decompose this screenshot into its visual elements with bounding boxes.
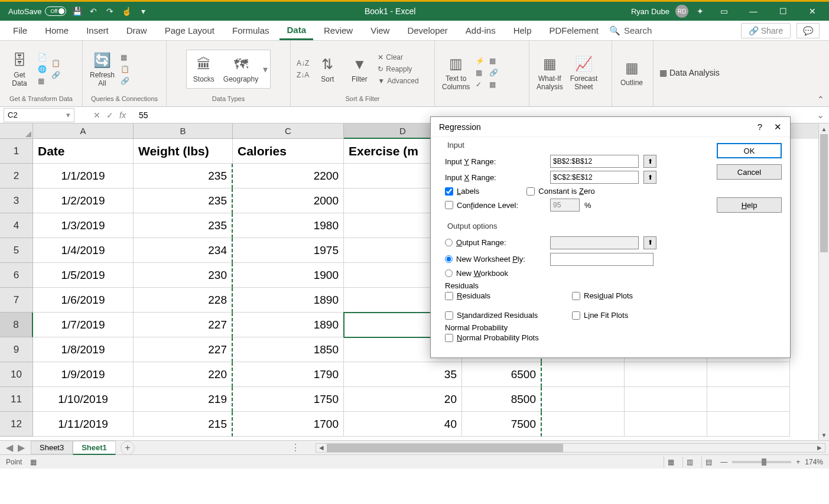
cell[interactable]: Date (33, 139, 134, 164)
close-icon[interactable]: ✕ (801, 2, 824, 21)
y-range-picker-icon[interactable]: ⬆ (643, 155, 656, 168)
tab-review[interactable]: Review (317, 22, 360, 39)
confirm-edit-icon[interactable]: ✓ (106, 110, 113, 120)
sort-az-icon[interactable]: A↓Z (295, 58, 310, 69)
row-header-8[interactable]: 8 (0, 313, 33, 337)
col-header-a[interactable]: A (33, 123, 134, 139)
cell[interactable]: 227 (134, 337, 233, 362)
cell[interactable]: 40 (344, 412, 462, 437)
flash-fill-icon[interactable]: ⚡ (474, 56, 486, 66)
row-header-1[interactable]: 1 (0, 139, 33, 164)
cell[interactable]: 2200 (233, 164, 344, 188)
consolidate-icon[interactable]: ▦ (488, 56, 499, 66)
remove-dup-icon[interactable]: ▦ (474, 67, 486, 78)
col-header-c[interactable]: C (233, 123, 344, 139)
queries-icon[interactable]: ▦ (119, 52, 131, 63)
from-web-icon[interactable]: 🌐 (37, 64, 48, 74)
tab-developer[interactable]: Developer (400, 22, 454, 39)
cancel-edit-icon[interactable]: ✕ (93, 110, 100, 120)
row-header-3[interactable]: 3 (0, 188, 33, 213)
zoom-in-icon[interactable]: + (796, 458, 800, 466)
cell[interactable]: 1890 (233, 313, 344, 337)
scroll-left-icon[interactable]: ◀ (316, 444, 327, 452)
cell[interactable] (707, 412, 790, 437)
cell[interactable] (542, 412, 625, 437)
cell[interactable]: 1700 (233, 412, 344, 437)
share-button[interactable]: 🔗 Share (741, 23, 791, 38)
cell[interactable]: 35 (344, 362, 462, 387)
confidence-checkbox[interactable]: Confidence Level: (445, 201, 545, 210)
qat-dropdown-icon[interactable]: ▾ (137, 5, 149, 17)
edit-links-icon[interactable]: 🔗 (119, 76, 131, 86)
row-header-10[interactable]: 10 (0, 362, 33, 387)
undo-icon[interactable]: ↶ (87, 5, 99, 17)
touch-mode-icon[interactable]: ☝ (121, 5, 132, 17)
save-icon[interactable]: 💾 (71, 5, 83, 17)
dialog-help-icon[interactable]: ? (758, 122, 762, 132)
minimize-icon[interactable]: — (742, 2, 765, 21)
page-break-icon[interactable]: ▤ (701, 457, 716, 467)
whatif-button[interactable]: ▦ What-If Analysis (534, 52, 565, 93)
cell[interactable]: 1/4/2019 (33, 238, 134, 263)
input-x-range[interactable] (550, 171, 639, 184)
relationships-icon[interactable]: 🔗 (488, 67, 499, 78)
normal-prob-checkbox[interactable]: Normal Probability Plots (445, 333, 699, 342)
cell[interactable]: Calories (233, 139, 344, 164)
output-range-input[interactable] (550, 236, 639, 249)
output-range-radio[interactable]: Output Range: (445, 238, 545, 247)
validation-icon[interactable]: ✓ (474, 79, 486, 90)
cell[interactable]: 1/10/2019 (33, 387, 134, 412)
scroll-thumb[interactable] (820, 134, 828, 252)
cell[interactable]: 235 (134, 188, 233, 213)
user-avatar[interactable]: RD (675, 5, 688, 18)
expand-formula-bar-icon[interactable]: ⌄ (812, 109, 829, 121)
cell[interactable]: 1790 (233, 362, 344, 387)
col-header-b[interactable]: B (134, 123, 233, 139)
text-to-columns-button[interactable]: ▥ Text to Columns (440, 52, 472, 93)
row-header-5[interactable]: 5 (0, 238, 33, 263)
cell[interactable] (707, 362, 790, 387)
cell[interactable]: 6500 (462, 362, 542, 387)
data-analysis-button[interactable]: ▦ Data Analysis (658, 67, 721, 79)
stocks-button[interactable]: 🏛 Stocks (189, 53, 219, 86)
cell[interactable]: 219 (134, 387, 233, 412)
cell[interactable]: 1900 (233, 263, 344, 288)
new-worksheet-input[interactable] (550, 253, 654, 266)
cell[interactable]: 1975 (233, 238, 344, 263)
scroll-right-icon[interactable]: ▶ (814, 444, 825, 452)
cell[interactable]: 235 (134, 164, 233, 188)
cell[interactable]: 1/5/2019 (33, 263, 134, 288)
tab-data[interactable]: Data (279, 21, 313, 40)
select-all-corner[interactable] (0, 123, 33, 139)
redo-icon[interactable]: ↷ (104, 5, 116, 17)
normal-view-icon[interactable]: ▦ (664, 457, 678, 467)
filter-button[interactable]: ▼ Filter (344, 53, 374, 86)
residual-plots-checkbox[interactable]: Residual Plots (572, 291, 699, 300)
outline-button[interactable]: ▦ Outline (617, 56, 646, 89)
cell[interactable] (625, 362, 707, 387)
cell[interactable]: 7500 (462, 412, 542, 437)
cell[interactable] (625, 387, 707, 412)
row-header-12[interactable]: 12 (0, 412, 33, 437)
tab-page-layout[interactable]: Page Layout (158, 22, 222, 39)
sort-button[interactable]: ⇅ Sort (313, 53, 342, 86)
output-range-picker-icon[interactable]: ⬆ (643, 236, 656, 249)
help-button[interactable]: Help (717, 197, 782, 213)
cell[interactable] (542, 362, 625, 387)
horizontal-scrollbar[interactable]: ◀ ▶ (316, 443, 825, 453)
cell[interactable]: 1/6/2019 (33, 288, 134, 313)
recent-sources-icon[interactable]: 📋 (50, 58, 61, 69)
tab-insert[interactable]: Insert (79, 22, 116, 39)
row-header-7[interactable]: 7 (0, 288, 33, 313)
data-model-icon[interactable]: ▦ (488, 79, 499, 90)
cancel-button[interactable]: Cancel (717, 164, 782, 180)
scroll-up-icon[interactable]: ▲ (819, 123, 829, 134)
fx-icon[interactable]: fx (119, 110, 126, 120)
add-sheet-button[interactable]: + (121, 441, 135, 455)
new-worksheet-radio[interactable]: New Worksheet Ply: (445, 255, 545, 264)
tab-addins[interactable]: Add-ins (459, 22, 503, 39)
prev-sheet-icon[interactable]: ◀ (6, 442, 13, 453)
get-data-button[interactable]: 🗄 Get Data (5, 48, 34, 90)
row-header-6[interactable]: 6 (0, 263, 33, 288)
cell[interactable]: 8500 (462, 387, 542, 412)
